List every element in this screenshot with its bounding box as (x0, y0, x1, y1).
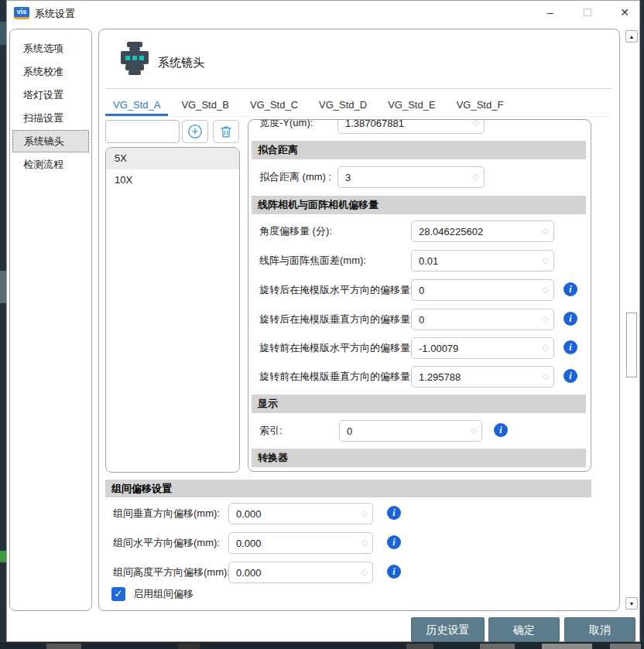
background-taskbar (0, 642, 644, 649)
sidebar-item-system-calibration[interactable]: 系统校准 (12, 60, 89, 83)
post-rotation-v-row: 旋转后在掩模版垂直方向的偏移量: ◇ i (248, 309, 591, 330)
index-row: 索引: ◇ i (248, 420, 591, 442)
group-horizontal-offset-input[interactable] (229, 533, 362, 553)
field-label: 旋转前在掩模版垂直方向的偏移量: (259, 366, 413, 388)
sidebar-item-system-options[interactable]: 系统选项 (12, 37, 89, 60)
spinner-icon[interactable]: ◇ (543, 285, 549, 295)
width-y-input[interactable] (338, 119, 474, 133)
field-label: 宽度-Y(um): (259, 119, 313, 134)
info-icon[interactable]: i (387, 506, 401, 520)
group-vertical-offset-input[interactable] (229, 504, 362, 524)
spinner-icon[interactable]: ◇ (543, 226, 549, 236)
window-title: 系统设置 (35, 7, 75, 21)
group-height-offset-row: 组间高度平方向偏移(mm): ◇ i (105, 562, 591, 583)
trash-icon (218, 124, 234, 139)
tab-vg-std-c[interactable]: VG_Std_C (242, 94, 306, 116)
titlebar: vis 系统设置 – ☐ ✕ (7, 1, 639, 26)
settings-window: vis 系统设置 – ☐ ✕ 系统选项 系统校准 塔灯设置 扫描设置 系统镜头 … (6, 0, 640, 642)
tab-vg-std-e[interactable]: VG_Std_E (380, 94, 443, 116)
maximize-button[interactable]: ☐ (579, 2, 596, 22)
spinner-icon[interactable]: ◇ (543, 255, 549, 265)
lens-filter-input[interactable] (106, 121, 179, 142)
enable-group-offset-checkbox[interactable]: ✓ (111, 587, 125, 601)
info-icon[interactable]: i (564, 340, 577, 354)
checkbox-label: 启用组间偏移 (133, 587, 194, 601)
sidebar-item-inspection-flow[interactable]: 检测流程 (12, 153, 89, 176)
app-logo-icon: vis (14, 7, 29, 19)
spinner-icon[interactable]: ◇ (473, 119, 479, 128)
angle-offset-input[interactable] (412, 221, 543, 241)
pre-rotation-h-input[interactable] (412, 338, 543, 358)
lens-list: 5X 10X (105, 147, 240, 473)
section-group-offset: 组间偏移设置 (105, 480, 591, 497)
spinner-icon[interactable]: ◇ (473, 172, 479, 182)
section-display: 显示 (252, 395, 586, 413)
field-label: 角度偏移量 (分): (259, 220, 332, 242)
field-label: 组间高度平方向偏移(mm): (113, 562, 230, 583)
pre-rotation-v-input[interactable] (412, 367, 543, 387)
group-vertical-offset-row: 组间垂直方向偏移(mm): ◇ i (105, 503, 591, 524)
sidebar-item-tower-light[interactable]: 塔灯设置 (12, 84, 89, 106)
tab-vg-std-f[interactable]: VG_Std_F (449, 94, 512, 116)
tab-vg-std-a[interactable]: VG_Std_A (105, 94, 168, 116)
tab-vg-std-b[interactable]: VG_Std_B (173, 94, 236, 116)
screen: vis 系统设置 – ☐ ✕ 系统选项 系统校准 塔灯设置 扫描设置 系统镜头 … (0, 0, 644, 649)
field-label: 线阵与面阵焦面差(mm): (259, 250, 366, 272)
enable-group-offset-row: ✓ 启用组间偏移 (111, 586, 194, 602)
header-divider (105, 88, 611, 89)
spinner-icon[interactable]: ◇ (361, 538, 368, 548)
sidebar-item-scan-settings[interactable]: 扫描设置 (12, 107, 89, 129)
cancel-button[interactable]: 取消 (564, 617, 635, 642)
info-icon[interactable]: i (387, 565, 401, 579)
focal-diff-input[interactable] (412, 251, 543, 271)
width-y-field: ◇ (337, 119, 485, 134)
spinner-icon[interactable]: ◇ (543, 314, 549, 324)
delete-lens-button[interactable] (213, 120, 239, 143)
tab-vg-std-d[interactable]: VG_Std_D (311, 94, 375, 116)
vertical-scrollbar[interactable]: ▲ ▼ (625, 29, 639, 611)
spinner-icon[interactable]: ◇ (543, 371, 549, 381)
index-field: ◇ (339, 420, 482, 442)
minimize-button[interactable]: – (542, 2, 559, 22)
info-icon[interactable]: i (387, 535, 401, 549)
add-lens-button[interactable] (182, 120, 208, 143)
scrollbar-thumb[interactable] (626, 313, 637, 377)
spinner-icon[interactable]: ◇ (471, 425, 477, 436)
spinner-icon[interactable]: ◇ (361, 567, 368, 577)
pre-rotation-v-row: 旋转前在掩模版垂直方向的偏移量: ◇ i (248, 366, 591, 388)
spinner-icon[interactable]: ◇ (361, 508, 368, 518)
lens-profile-tabs: VG_Std_A VG_Std_B VG_Std_C VG_Std_D VG_S… (105, 94, 611, 117)
field-label: 拟合距离 (mm) : (259, 166, 331, 188)
plus-circle-icon (187, 123, 204, 140)
field-label: 旋转后在掩模版水平方向的偏移量: (259, 279, 413, 301)
post-rotation-h-input[interactable] (412, 280, 543, 300)
post-rotation-h-field: ◇ (411, 279, 554, 301)
scroll-up-button[interactable]: ▲ (625, 30, 638, 43)
spinner-icon[interactable]: ◇ (543, 343, 549, 353)
group-height-offset-input[interactable] (229, 562, 362, 582)
lens-item-5x[interactable]: 5X (106, 148, 239, 169)
group-horizontal-offset-field: ◇ (228, 532, 373, 554)
angle-offset-row: 角度偏移量 (分): ◇ (248, 220, 591, 242)
fit-distance-input[interactable] (338, 167, 474, 187)
close-button[interactable]: ✕ (616, 2, 633, 22)
field-label: 索引: (259, 420, 283, 442)
sidebar-item-system-lens[interactable]: 系统镜头 (12, 130, 89, 152)
info-icon[interactable]: i (564, 282, 577, 296)
angle-offset-field: ◇ (411, 220, 554, 242)
group-height-offset-field: ◇ (228, 562, 373, 583)
pre-rotation-h-field: ◇ (411, 337, 554, 359)
info-icon[interactable]: i (494, 423, 508, 437)
info-icon[interactable]: i (564, 312, 577, 326)
post-rotation-v-input[interactable] (412, 309, 543, 330)
ok-button[interactable]: 确定 (488, 617, 560, 642)
index-input[interactable] (340, 421, 471, 441)
info-icon[interactable]: i (564, 369, 577, 383)
panel-title: 系统镜头 (158, 56, 204, 70)
lens-item-10x[interactable]: 10X (106, 169, 239, 191)
scroll-down-button[interactable]: ▼ (625, 597, 638, 610)
post-rotation-h-row: 旋转后在掩模版水平方向的偏移量: ◇ i (248, 279, 591, 301)
fit-distance-field: ◇ (337, 166, 485, 188)
history-settings-button[interactable]: 历史设置 (411, 617, 485, 642)
field-label: 旋转前在掩模版水平方向的偏移量: (259, 337, 413, 359)
